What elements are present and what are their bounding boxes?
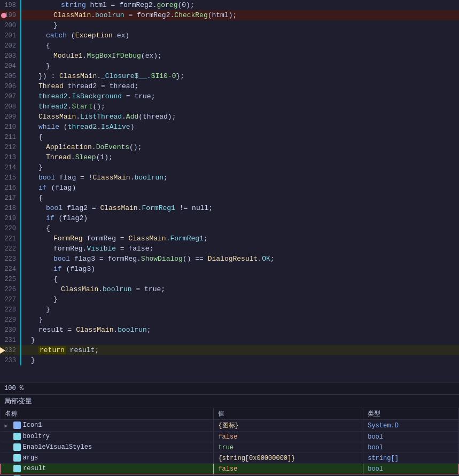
col-header-name: 名称 xyxy=(1,408,214,420)
var-name-text: EnableVisualStyles xyxy=(23,444,92,451)
col-header-value: 值 xyxy=(214,408,363,420)
line-number: 230 xyxy=(0,326,20,334)
token: ex) xyxy=(113,32,129,40)
local-var-type: string[] xyxy=(363,453,459,464)
code-line: 225{ xyxy=(0,274,459,284)
line-number: 225 xyxy=(0,276,20,283)
local-var-row[interactable]: resultfalsebool xyxy=(1,464,459,474)
local-var-row[interactable]: args{string[0x00000000]}string[] xyxy=(1,453,459,464)
col-header-type: 类型 xyxy=(363,408,459,420)
token: } xyxy=(53,295,58,303)
gutter-line xyxy=(20,193,21,203)
gutter-line xyxy=(20,223,21,233)
locals-panel: 局部变量 名称 值 类型 ▶Icon1{图标}System.Dbooltryfa… xyxy=(0,394,459,476)
token: if xyxy=(38,184,47,192)
token: . xyxy=(91,11,95,19)
token: . xyxy=(76,113,80,121)
token: Thread xyxy=(46,153,71,161)
local-var-row[interactable]: thread{System.Threading.Thread} xyxy=(1,474,459,477)
token: thread2 xyxy=(38,92,68,100)
code-line: 204} xyxy=(0,61,459,71)
token: return xyxy=(38,346,66,354)
token: $I10-0 xyxy=(151,72,176,80)
gutter-line xyxy=(20,71,21,81)
line-number: 202 xyxy=(0,42,20,50)
code-line: 227} xyxy=(0,294,459,305)
locals-table: 名称 值 类型 ▶Icon1{图标}System.Dbooltryfalsebo… xyxy=(0,408,459,476)
token: ; xyxy=(204,235,208,243)
token: (flag3) xyxy=(62,265,95,273)
token: (ex); xyxy=(141,52,162,60)
code-line: 199ClassMain.boolrun = formReg2.CheckReg… xyxy=(0,10,459,20)
token: (); xyxy=(129,143,142,151)
code-line: 205}) : ClassMain._Closure$__.$I10-0}; xyxy=(0,71,459,81)
line-number: 222 xyxy=(0,245,20,253)
token: ) xyxy=(130,123,135,131)
line-number: 207 xyxy=(0,93,20,100)
local-var-value: false xyxy=(214,432,363,442)
line-number: 199 xyxy=(0,12,20,19)
code-line: 222formReg.Visible = false; xyxy=(0,244,459,254)
gutter-line xyxy=(20,162,21,173)
local-var-type: bool xyxy=(363,442,459,453)
line-number: 229 xyxy=(0,316,20,324)
token: { xyxy=(46,42,50,50)
expand-icon[interactable]: ▶ xyxy=(5,423,11,429)
token: formReg2 xyxy=(119,1,152,9)
token: formReg xyxy=(107,255,137,263)
token: Application xyxy=(46,143,92,151)
code-line: 198string html = formReg2.goreg(0); xyxy=(0,0,459,10)
line-number: 220 xyxy=(0,225,20,232)
token: MsgBoxIfDebug xyxy=(87,52,141,60)
line-number: 221 xyxy=(0,235,20,243)
token: flag2 = xyxy=(63,204,100,212)
local-var-name: result xyxy=(1,464,214,474)
local-var-name: thread xyxy=(1,474,214,477)
gutter-line xyxy=(20,294,21,305)
var-type-icon xyxy=(13,465,21,472)
line-content: } xyxy=(51,295,459,303)
local-var-value: {图标} xyxy=(214,420,363,432)
local-var-row[interactable]: ▶Icon1{图标}System.D xyxy=(1,420,459,432)
token: string xyxy=(61,1,86,9)
token: IsBackground xyxy=(72,92,122,100)
gutter-line xyxy=(20,0,21,10)
token: (flag) xyxy=(47,184,76,192)
line-number: 212 xyxy=(0,144,20,151)
code-line: 218bool flag2 = ClassMain.FormReg1 != nu… xyxy=(0,203,459,213)
code-line: 219if (flag2) xyxy=(0,213,459,223)
code-line: 200} xyxy=(0,20,459,30)
gutter-line xyxy=(20,315,21,325)
token: . xyxy=(83,245,87,253)
code-line: 223bool flag3 = formReg.ShowDialog() == … xyxy=(0,254,459,264)
gutter-line xyxy=(20,183,21,193)
gutter-line xyxy=(20,345,21,355)
line-content: result = ClassMain.boolrun; xyxy=(36,326,459,334)
gutter-line xyxy=(20,213,21,223)
local-var-row[interactable]: booltryfalsebool xyxy=(1,432,459,442)
token: != null; xyxy=(175,204,213,212)
token: { xyxy=(53,275,58,283)
token: . xyxy=(122,113,126,121)
code-line: 213Thread.Sleep(1); xyxy=(0,152,459,162)
var-name-text: result xyxy=(23,465,46,473)
line-content: { xyxy=(44,42,459,50)
line-content: while (thread2.IsAlive) xyxy=(36,123,459,131)
token: . xyxy=(153,1,157,9)
local-var-row[interactable]: EnableVisualStylestruebool xyxy=(1,442,459,453)
line-content: { xyxy=(44,224,459,232)
token: (0); xyxy=(177,1,194,9)
token: ( xyxy=(59,123,68,131)
token: DialogResult xyxy=(208,255,258,263)
token: . xyxy=(166,235,170,243)
line-content: } xyxy=(44,306,459,314)
local-var-name: booltry xyxy=(1,432,214,442)
line-content: if (flag3) xyxy=(51,265,459,273)
code-line: 207thread2.IsBackground = true; xyxy=(0,91,459,102)
token: thread2 xyxy=(68,123,97,131)
line-number: 215 xyxy=(0,174,20,182)
local-var-name: EnableVisualStyles xyxy=(1,442,214,453)
line-content: Application.DoEvents(); xyxy=(44,143,459,151)
token: { xyxy=(38,133,43,141)
gutter-line xyxy=(20,355,21,365)
